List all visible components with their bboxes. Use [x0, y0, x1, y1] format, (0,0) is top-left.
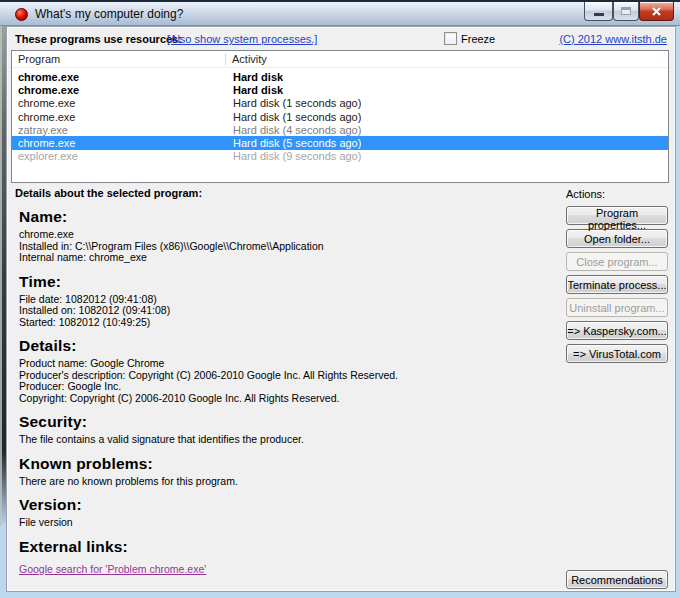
column-header-activity[interactable]: Activity — [232, 53, 267, 65]
table-row[interactable]: chrome.exeHard disk (1 seconds ago) — [12, 110, 668, 123]
freeze-label: Freeze — [461, 33, 495, 45]
window-controls — [584, 2, 674, 21]
detail-line: chrome.exe — [19, 229, 549, 241]
cell-activity: Hard disk (1 seconds ago) — [226, 111, 361, 123]
cell-program: chrome.exe — [12, 137, 226, 149]
table-row[interactable]: chrome.exeHard disk — [12, 70, 668, 83]
actions-buttons: Program properties...Open folder...Close… — [563, 206, 671, 363]
actions-label: Actions: — [566, 188, 671, 200]
cell-program: explorer.exe — [12, 150, 226, 162]
detail-line: Copyright: Copyright (C) 2006-2010 Googl… — [19, 393, 549, 405]
detail-line: Started: 1082012 (10:49:25) — [19, 317, 549, 329]
detail-line: Internal name: chrome_exe — [19, 252, 549, 264]
section-title-security: Security: — [19, 413, 549, 431]
cell-program: zatray.exe — [12, 124, 226, 136]
cell-activity: Hard disk — [226, 84, 283, 96]
detail-line: Product name: Google Chrome — [19, 358, 549, 370]
programs-use-resources-label: These programs use resources: — [15, 33, 182, 45]
details-panel: Details about the selected program: Name… — [15, 187, 549, 577]
minimize-icon — [594, 13, 604, 16]
column-separator[interactable] — [225, 53, 226, 65]
table-row[interactable]: zatray.exeHard disk (4 seconds ago) — [12, 123, 668, 136]
section-title-known-problems: Known problems: — [19, 455, 549, 473]
details-heading: Details about the selected program: — [15, 187, 549, 199]
show-system-processes-link[interactable]: [Also show system processes.] — [167, 33, 317, 45]
action-button-close-program[interactable]: Close program... — [566, 252, 668, 271]
table-row[interactable]: chrome.exeHard disk (1 seconds ago) — [12, 97, 668, 110]
section-title-name: Name: — [19, 208, 549, 226]
window-title: What's my computer doing? — [35, 7, 183, 21]
action-button-kaspersky-com[interactable]: => Kaspersky.com... — [566, 321, 668, 340]
action-button-open-folder[interactable]: Open folder... — [566, 229, 668, 248]
action-button-virustotal-com[interactable]: => VirusTotal.com — [566, 344, 668, 363]
google-search-link[interactable]: Google search for 'Problem chrome.exe' — [19, 563, 206, 575]
cell-program: chrome.exe — [12, 84, 226, 96]
section-title-external-links: External links: — [19, 538, 549, 556]
action-button-terminate-process[interactable]: Terminate process... — [566, 275, 668, 294]
process-table-header: Program Activity — [12, 51, 668, 68]
section-title-time: Time: — [19, 273, 549, 291]
close-icon — [652, 7, 661, 16]
action-button-program-properties[interactable]: Program properties... — [566, 206, 668, 225]
freeze-control: Freeze — [444, 32, 495, 45]
process-table-body: chrome.exeHard diskchrome.exeHard diskch… — [12, 68, 668, 163]
detail-line: There are no known problems for this pro… — [19, 476, 549, 488]
table-row[interactable]: chrome.exeHard disk (5 seconds ago) — [12, 136, 668, 149]
top-toolbar: These programs use resources: [Also show… — [7, 27, 675, 49]
detail-line: Producer: Google Inc. — [19, 381, 549, 393]
cell-activity: Hard disk (4 seconds ago) — [226, 124, 361, 136]
action-button-uninstall-program[interactable]: Uninstall program... — [566, 298, 668, 317]
process-table: Program Activity chrome.exeHard diskchro… — [11, 50, 669, 183]
freeze-checkbox[interactable] — [444, 32, 457, 45]
table-row[interactable]: chrome.exeHard disk — [12, 83, 668, 96]
cell-activity: Hard disk (9 seconds ago) — [226, 150, 361, 162]
details-sections: Name:chrome.exeInstalled in: C:\\Program… — [15, 208, 549, 577]
actions-panel: Actions: Program properties...Open folde… — [563, 188, 671, 367]
detail-line: The file contains a valid signature that… — [19, 434, 549, 446]
cell-activity: Hard disk (5 seconds ago) — [226, 137, 361, 149]
minimize-button[interactable] — [584, 2, 613, 21]
section-title-version: Version: — [19, 496, 549, 514]
recommendations-button[interactable]: Recommendations — [566, 570, 668, 589]
maximize-button[interactable] — [613, 2, 639, 21]
copyright-link[interactable]: (C) 2012 www.itsth.de — [559, 33, 667, 45]
cell-program: chrome.exe — [12, 97, 226, 109]
maximize-icon — [621, 7, 631, 15]
cell-program: chrome.exe — [12, 111, 226, 123]
column-header-program[interactable]: Program — [18, 53, 60, 65]
cell-program: chrome.exe — [12, 71, 226, 83]
titlebar: What's my computer doing? — [0, 0, 680, 26]
client-area: These programs use resources: [Also show… — [6, 26, 676, 592]
detail-line: Installed on: 1082012 (09:41:08) — [19, 305, 549, 317]
cell-activity: Hard disk (1 seconds ago) — [226, 97, 361, 109]
cell-activity: Hard disk — [226, 71, 283, 83]
section-title-details: Details: — [19, 337, 549, 355]
table-row[interactable]: explorer.exeHard disk (9 seconds ago) — [12, 150, 668, 163]
app-icon — [15, 8, 28, 21]
detail-line: File version — [19, 517, 549, 529]
close-button[interactable] — [639, 2, 674, 21]
